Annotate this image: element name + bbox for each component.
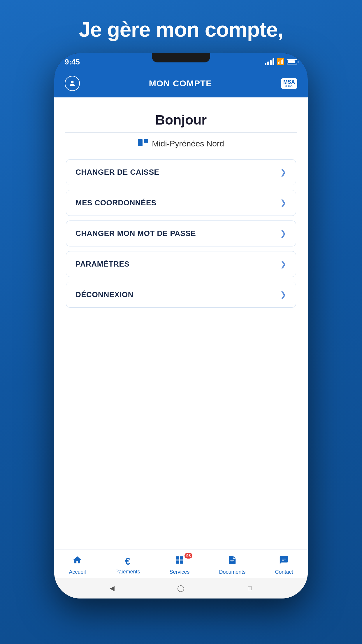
wifi-icon: 📶 xyxy=(277,58,284,66)
chevron-icon: ❯ xyxy=(280,168,287,177)
region-row: Midi-Pyrénées Nord xyxy=(138,139,224,149)
services-badge-count: 98 xyxy=(184,553,193,559)
content-spacer xyxy=(54,316,308,550)
nav-label-services: Services xyxy=(169,569,189,575)
menu-item-parametres[interactable]: PARAMÈTRES ❯ xyxy=(66,251,296,277)
chevron-icon: ❯ xyxy=(280,229,287,238)
svg-point-0 xyxy=(71,81,73,83)
nav-item-documents[interactable]: Documents xyxy=(219,555,245,575)
status-time: 9:45 xyxy=(65,57,80,66)
svg-rect-16 xyxy=(282,560,284,561)
header-title: MON COMPTE xyxy=(149,78,212,88)
home-icon xyxy=(72,555,82,567)
msa-logo: MSA & moi xyxy=(281,78,297,89)
svg-rect-12 xyxy=(180,560,183,564)
phone-content: Bonjour Midi-Pyrénées Nord xyxy=(54,97,308,598)
services-icon xyxy=(175,555,184,567)
menu-item-label: CHANGER MON MOT DE PASSE xyxy=(75,229,196,238)
menu-item-label: DÉCONNEXION xyxy=(75,290,133,299)
signal-icon xyxy=(265,58,274,65)
nav-label-paiements: Paiements xyxy=(115,569,140,575)
nav-label-accueil: Accueil xyxy=(69,569,86,575)
menu-item-label: PARAMÈTRES xyxy=(75,260,129,269)
documents-icon xyxy=(227,555,237,567)
home-button[interactable]: ◯ xyxy=(177,584,185,593)
nav-item-services[interactable]: 98 Services xyxy=(169,555,189,575)
divider xyxy=(65,132,297,133)
menu-item-deconnexion[interactable]: DÉCONNEXION ❯ xyxy=(66,282,296,308)
svg-rect-9 xyxy=(176,556,179,559)
status-icons: 📶 xyxy=(265,58,297,66)
nav-item-paiements[interactable]: € Paiements xyxy=(115,556,140,575)
recents-button[interactable]: □ xyxy=(246,584,254,593)
card-section: Bonjour Midi-Pyrénées Nord xyxy=(54,97,308,316)
chevron-icon: ❯ xyxy=(280,290,287,299)
chevron-icon: ❯ xyxy=(280,260,287,269)
menu-item-label: MES COORDONNÉES xyxy=(75,198,157,207)
contact-icon xyxy=(279,555,289,567)
svg-rect-8 xyxy=(147,140,148,141)
app-header: MON COMPTE MSA & moi xyxy=(54,71,308,97)
bottom-nav: Accueil € Paiements 98 Services xyxy=(54,550,308,578)
account-icon[interactable] xyxy=(65,76,80,91)
svg-rect-7 xyxy=(145,140,146,141)
region-icon xyxy=(138,139,148,149)
svg-rect-4 xyxy=(141,140,142,141)
phone-notch xyxy=(152,53,210,62)
svg-rect-13 xyxy=(230,560,234,561)
page-headline: Je gère mon compte, xyxy=(79,18,283,41)
chevron-icon: ❯ xyxy=(280,198,287,207)
svg-rect-2 xyxy=(139,140,140,141)
nav-item-accueil[interactable]: Accueil xyxy=(69,555,86,575)
region-name: Midi-Pyrénées Nord xyxy=(152,139,224,148)
svg-rect-3 xyxy=(139,143,140,144)
svg-rect-5 xyxy=(141,143,142,144)
svg-rect-14 xyxy=(230,562,233,562)
nav-label-documents: Documents xyxy=(219,569,245,575)
menu-list: CHANGER DE CAISSE ❯ MES COORDONNÉES ❯ CH… xyxy=(65,159,297,308)
menu-item-mes-coordonnees[interactable]: MES COORDONNÉES ❯ xyxy=(66,190,296,216)
android-nav: ◀ ◯ □ xyxy=(54,578,308,598)
svg-rect-15 xyxy=(282,559,286,559)
nav-label-contact: Contact xyxy=(275,569,293,575)
euro-icon: € xyxy=(125,556,131,567)
svg-rect-11 xyxy=(176,560,179,564)
phone-frame: 9:45 📶 MON COMPTE MSA & moi xyxy=(54,53,308,598)
battery-icon xyxy=(287,59,297,64)
svg-rect-10 xyxy=(180,556,183,559)
menu-item-label: CHANGER DE CAISSE xyxy=(75,168,159,177)
back-button[interactable]: ◀ xyxy=(108,584,116,593)
menu-item-changer-caisse[interactable]: CHANGER DE CAISSE ❯ xyxy=(66,159,296,185)
greeting-text: Bonjour xyxy=(155,112,207,128)
nav-item-contact[interactable]: Contact xyxy=(275,555,293,575)
menu-item-changer-mdp[interactable]: CHANGER MON MOT DE PASSE ❯ xyxy=(66,220,296,246)
